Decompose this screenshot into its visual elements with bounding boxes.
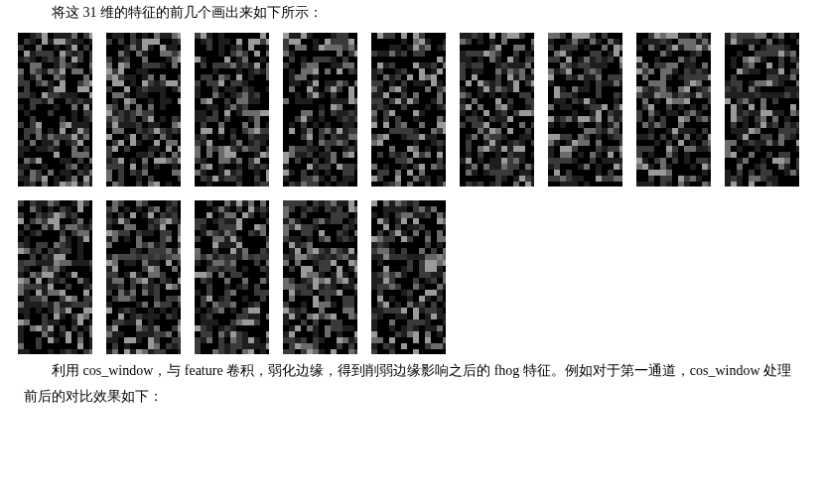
- svg-rect-987: [507, 33, 513, 39]
- feature-thumbnail: [283, 33, 357, 187]
- svg-rect-538: [260, 134, 266, 140]
- svg-rect-68: [83, 74, 89, 80]
- svg-rect-2206: [112, 349, 118, 354]
- svg-rect-180: [36, 170, 42, 176]
- svg-rect-1292: [619, 104, 622, 110]
- svg-rect-2058: [142, 242, 148, 248]
- svg-rect-1059: [495, 86, 501, 92]
- svg-rect-969: [413, 176, 419, 182]
- svg-rect-2258: [218, 230, 224, 236]
- svg-rect-1684: [743, 98, 749, 104]
- svg-rect-2539: [313, 284, 319, 290]
- svg-rect-1912: [42, 290, 48, 296]
- svg-rect-2807: [401, 331, 407, 337]
- svg-rect-365: [154, 146, 160, 152]
- svg-rect-771: [331, 158, 337, 164]
- svg-rect-939: [425, 146, 431, 152]
- svg-rect-346: [178, 128, 181, 134]
- svg-rect-1586: [690, 176, 696, 182]
- svg-rect-1338: [584, 140, 590, 146]
- svg-rect-2203: [172, 343, 178, 349]
- svg-rect-1715: [766, 122, 772, 128]
- svg-rect-2762: [377, 302, 383, 308]
- svg-rect-1348: [614, 146, 619, 152]
- svg-rect-2407: [212, 349, 218, 354]
- feature-thumbnail: [548, 33, 622, 187]
- svg-rect-165: [24, 158, 30, 164]
- svg-rect-2806: [395, 331, 401, 337]
- svg-rect-291: [118, 92, 124, 98]
- svg-rect-2161: [154, 314, 160, 319]
- svg-rect-2542: [331, 284, 337, 290]
- svg-rect-694: [343, 98, 348, 104]
- svg-rect-1340: [619, 140, 622, 146]
- svg-rect-1815: [71, 212, 77, 218]
- svg-rect-161: [54, 152, 60, 158]
- svg-rect-1993: [60, 349, 66, 354]
- svg-rect-965: [419, 170, 425, 176]
- svg-rect-2188: [178, 331, 181, 337]
- svg-rect-1831: [71, 224, 77, 230]
- svg-rect-600: [206, 182, 212, 187]
- svg-rect-1493: [678, 98, 684, 104]
- svg-rect-539: [266, 134, 269, 140]
- svg-rect-1421: [684, 45, 690, 51]
- svg-rect-843: [377, 68, 383, 74]
- svg-rect-794: [343, 176, 348, 182]
- svg-rect-30: [48, 51, 54, 57]
- svg-rect-2367: [230, 319, 236, 325]
- svg-rect-456: [254, 68, 260, 74]
- svg-rect-1548: [672, 146, 678, 152]
- svg-rect-612: [337, 33, 343, 39]
- svg-rect-747: [354, 140, 357, 146]
- svg-rect-928: [425, 134, 431, 140]
- svg-rect-1694: [737, 110, 743, 116]
- svg-rect-2724: [383, 272, 389, 278]
- svg-rect-624: [295, 45, 301, 51]
- svg-rect-607: [289, 33, 295, 39]
- svg-rect-658: [325, 68, 331, 74]
- svg-rect-2008: [124, 206, 130, 212]
- svg-rect-426: [218, 45, 224, 51]
- svg-rect-483: [230, 92, 236, 98]
- svg-rect-1327: [578, 134, 584, 140]
- svg-rect-1668: [772, 80, 778, 86]
- svg-rect-2766: [413, 302, 419, 308]
- svg-rect-2796: [443, 319, 446, 325]
- svg-rect-2608: [301, 337, 307, 343]
- svg-rect-402: [148, 176, 154, 182]
- svg-rect-1508: [690, 110, 696, 116]
- svg-rect-898: [413, 110, 419, 116]
- svg-rect-2460: [348, 224, 354, 230]
- svg-rect-2640: [383, 206, 389, 212]
- svg-rect-2462: [301, 230, 307, 236]
- svg-rect-1281: [584, 98, 590, 104]
- svg-rect-1683: [737, 98, 743, 104]
- svg-rect-364: [148, 146, 154, 152]
- svg-rect-1273: [572, 92, 578, 98]
- svg-rect-2795: [425, 319, 431, 325]
- svg-rect-924: [401, 134, 407, 140]
- svg-rect-2109: [118, 278, 124, 284]
- svg-rect-2826: [371, 349, 377, 354]
- svg-rect-2164: [112, 319, 118, 325]
- svg-rect-2449: [331, 218, 337, 224]
- svg-rect-2691: [437, 242, 443, 248]
- svg-rect-1178: [525, 176, 531, 182]
- svg-rect-1441: [684, 63, 690, 68]
- svg-rect-1890: [66, 272, 71, 278]
- svg-rect-130: [60, 128, 66, 134]
- svg-rect-2229: [254, 206, 260, 212]
- svg-rect-2735: [383, 278, 389, 284]
- svg-rect-2003: [142, 200, 148, 206]
- svg-rect-799: [307, 182, 313, 187]
- svg-rect-1925: [89, 296, 92, 302]
- svg-rect-2270: [266, 236, 269, 242]
- svg-rect-544: [236, 140, 242, 146]
- svg-rect-97: [48, 98, 54, 104]
- svg-rect-356: [130, 140, 136, 146]
- svg-rect-551: [218, 146, 224, 152]
- svg-rect-1807: [77, 206, 83, 212]
- svg-rect-858: [377, 80, 383, 86]
- svg-rect-841: [443, 63, 446, 68]
